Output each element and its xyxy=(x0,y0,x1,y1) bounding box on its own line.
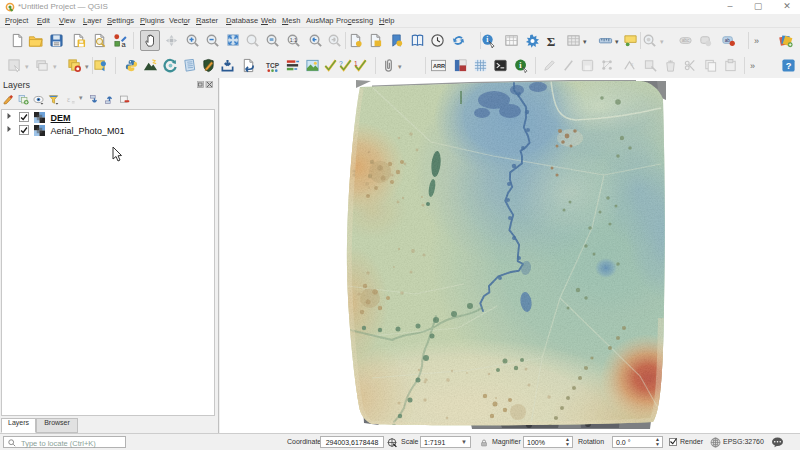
svg-text:a: a xyxy=(121,40,126,48)
svg-text:abc: abc xyxy=(682,38,690,43)
svg-text:1: 1 xyxy=(354,60,358,67)
svg-text:Σ: Σ xyxy=(547,34,556,48)
svg-text:ε: ε xyxy=(67,95,70,104)
svg-text:1:1: 1:1 xyxy=(290,37,297,43)
svg-text:x: x xyxy=(630,61,633,67)
svg-text:?: ? xyxy=(339,60,343,67)
svg-text:ARR: ARR xyxy=(433,63,445,69)
svg-text:ab: ab xyxy=(725,38,731,43)
svg-text:?: ? xyxy=(786,61,792,71)
svg-text:TCP: TCP xyxy=(266,62,280,69)
svg-text:i: i xyxy=(486,35,488,44)
